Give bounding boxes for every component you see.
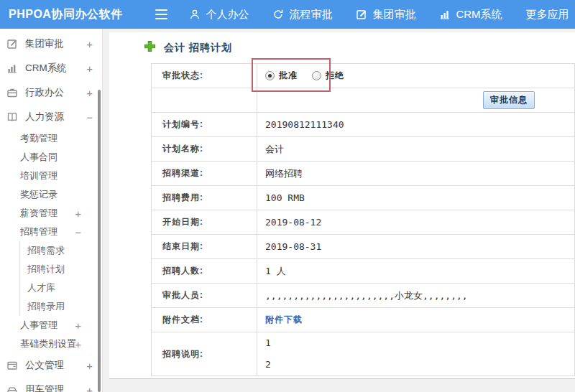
expand-plus-icon[interactable]: +	[86, 62, 93, 75]
field-label: 审批人员:	[152, 284, 257, 308]
sidebar-item-personnel[interactable]: 人事管理 +	[0, 316, 102, 335]
sidebar-item-official-docs[interactable]: 公文管理 +	[0, 353, 102, 378]
topbar: PHPOA协同办公软件 个人办公 流程审批 集团审批	[0, 0, 575, 29]
add-plus-icon[interactable]	[144, 40, 156, 55]
collapse-minus-icon[interactable]: −	[86, 111, 93, 123]
sidebar-label: 培训管理	[20, 169, 58, 182]
approve-info-button[interactable]: 审批信息	[483, 91, 535, 109]
sidebar-label: 招聘管理	[20, 225, 58, 238]
collapse-minus-icon[interactable]: −	[75, 226, 81, 238]
nav-label: CRM系统	[456, 8, 502, 22]
person-icon	[189, 9, 201, 20]
sidebar-item-admin-office[interactable]: 行政办公 +	[0, 80, 102, 105]
page-title: 会计 招聘计划	[144, 40, 232, 55]
field-label: 开始日期:	[152, 210, 257, 235]
expand-plus-icon[interactable]: +	[75, 319, 81, 332]
sidebar-item-hr-contract[interactable]: 人事合同	[0, 148, 102, 167]
sidebar-label: CRM系统	[25, 62, 67, 75]
field-value: 会计	[257, 137, 575, 162]
bar-chart-icon	[6, 62, 19, 74]
expand-plus-icon[interactable]: +	[86, 360, 93, 372]
sidebar-item-vehicle[interactable]: 用车管理 +	[0, 378, 102, 392]
app-logo: PHPOA协同办公软件	[9, 7, 122, 22]
sidebar-label: 基础类别设置	[20, 337, 76, 350]
main-content-panel: 会计 招聘计划 审批状态: 批准拒绝 审批信息 计划编号: 2019081211…	[109, 32, 575, 379]
sidebar-label: 招聘录用	[27, 300, 65, 313]
sidebar-label: 人力资源	[25, 111, 64, 123]
radio-reject[interactable]	[312, 71, 321, 80]
document-icon	[6, 360, 19, 371]
flow-cycle-icon	[272, 9, 284, 20]
sidebar-label: 行政办公	[25, 86, 64, 99]
sidebar-item-salary[interactable]: 薪资管理 +	[0, 204, 102, 223]
nav-group-approval[interactable]: 集团审批	[356, 8, 415, 22]
nav-more-apps[interactable]: 更多应用	[526, 8, 575, 22]
field-value: 2019-08-31	[257, 235, 575, 259]
button-cell: 审批信息	[257, 88, 575, 113]
field-label: 附件文档:	[152, 308, 257, 332]
expand-plus-icon[interactable]: +	[75, 338, 81, 350]
nav-label: 流程审批	[289, 8, 332, 22]
sidebar-item-recruit-hire[interactable]: 招聘录用	[20, 297, 102, 316]
sidebar-label: 公文管理	[25, 359, 64, 372]
edit-square-icon	[356, 9, 367, 20]
table-row-plan-number: 计划编号: 20190812111340	[152, 113, 575, 137]
sidebar-item-attendance[interactable]: 考勤管理	[0, 129, 102, 148]
field-label: 招聘说明:	[152, 332, 257, 376]
sidebar-item-training[interactable]: 培训管理	[0, 167, 102, 185]
sidebar-label: 用车管理	[25, 383, 64, 392]
sidebar-label: 薪资管理	[20, 207, 58, 220]
sidebar-item-talent-pool[interactable]: 人才库	[20, 279, 102, 297]
radio-approve-label: 批准	[279, 70, 298, 80]
description-line: 2	[265, 354, 574, 375]
field-label: 招聘人数:	[152, 259, 257, 284]
table-row-plan-name: 计划名称: 会计	[152, 137, 575, 162]
field-value: 网络招聘	[257, 162, 575, 186]
sidebar-label: 人才库	[27, 281, 55, 294]
sidebar-label: 集团审批	[25, 37, 64, 50]
nav-label: 更多应用	[526, 8, 569, 22]
table-row-recruit-channel: 招聘渠道: 网络招聘	[152, 162, 575, 186]
sidebar-label: 人事管理	[20, 319, 58, 332]
sidebar-item-recruitment[interactable]: 招聘管理 −	[0, 223, 102, 241]
sidebar-item-crm[interactable]: CRM系统 +	[0, 56, 102, 80]
sidebar-item-human-resources[interactable]: 人力资源 −	[0, 105, 102, 129]
expand-plus-icon[interactable]: +	[86, 87, 93, 99]
sidebar-label: 招聘需求	[27, 244, 65, 257]
radio-approve[interactable]	[265, 71, 275, 80]
top-navigation: 个人办公 流程审批 集团审批 CRM系统	[189, 8, 575, 22]
table-row-start-date: 开始日期: 2019-08-12	[152, 210, 575, 235]
expand-plus-icon[interactable]: +	[86, 384, 93, 392]
table-row-attachment: 附件文档: 附件下载	[152, 308, 575, 332]
sidebar-label: 奖惩记录	[20, 188, 58, 201]
nav-personal-office[interactable]: 个人办公	[189, 8, 249, 22]
nav-flow-approval[interactable]: 流程审批	[272, 8, 332, 22]
field-label: 结束日期:	[152, 235, 257, 259]
sidebar-item-base-category[interactable]: 基础类别设置 +	[0, 335, 102, 353]
sidebar: 集团审批 + CRM系统 + 行政办公 + 人力资源 − 考勤管理	[0, 29, 103, 392]
sidebar-item-recruit-plan[interactable]: 招聘计划	[20, 260, 102, 279]
hamburger-menu-icon[interactable]	[155, 9, 167, 19]
sidebar-item-rewards[interactable]: 奖惩记录	[0, 185, 102, 204]
field-label: 计划名称:	[152, 137, 257, 162]
car-icon	[6, 384, 19, 392]
expand-plus-icon[interactable]: +	[86, 38, 93, 50]
sidebar-item-group-approval[interactable]: 集团审批 +	[0, 32, 102, 56]
bar-chart-icon	[439, 9, 451, 20]
book-icon	[6, 111, 19, 123]
table-row-recruit-cost: 招聘费用: 100 RMB	[152, 186, 575, 210]
field-value: 1 人	[257, 259, 575, 284]
expand-plus-icon[interactable]: +	[75, 207, 81, 220]
field-value: 100 RMB	[257, 186, 575, 210]
description-line: 1	[265, 332, 574, 354]
sidebar-label: 考勤管理	[20, 132, 58, 145]
attachment-download-link[interactable]: 附件下载	[265, 314, 303, 325]
field-label: 审批状态:	[152, 64, 257, 88]
sidebar-label: 人事合同	[20, 151, 58, 164]
nav-crm-system[interactable]: CRM系统	[439, 8, 502, 22]
page-title-text: 会计 招聘计划	[164, 42, 232, 55]
sidebar-scrollbar-thumb[interactable]	[98, 90, 101, 392]
table-row-approve-info: 审批信息	[152, 88, 575, 113]
sidebar-item-recruit-demand[interactable]: 招聘需求	[20, 241, 102, 260]
nav-label: 个人办公	[206, 8, 249, 22]
